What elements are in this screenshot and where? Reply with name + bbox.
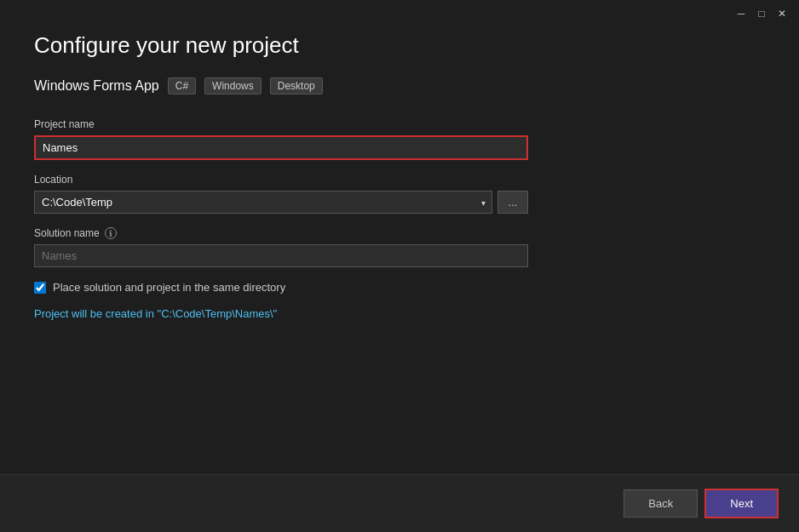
next-button[interactable]: Next bbox=[704, 489, 779, 518]
close-button[interactable]: ✕ bbox=[775, 7, 789, 20]
project-name-border-wrapper bbox=[34, 135, 528, 160]
same-directory-row: Place solution and project in the same d… bbox=[34, 281, 765, 294]
back-button[interactable]: Back bbox=[624, 489, 698, 518]
page-title: Configure your new project bbox=[34, 32, 765, 59]
tag-csharp: C# bbox=[168, 77, 196, 94]
project-name-label: Project name bbox=[34, 118, 765, 130]
project-path-info: Project will be created in "C:\Code\Temp… bbox=[34, 307, 765, 320]
project-name-group: Project name bbox=[34, 118, 765, 160]
browse-button[interactable]: ... bbox=[497, 191, 528, 214]
location-label: Location bbox=[34, 174, 765, 186]
project-path-value: "C:\Code\Temp\Names\" bbox=[158, 307, 278, 320]
project-name-highlight-border bbox=[34, 135, 528, 160]
project-path-prefix: Project will be created in bbox=[34, 307, 158, 320]
tag-desktop: Desktop bbox=[270, 77, 323, 94]
solution-name-label-row: Solution name ℹ bbox=[34, 227, 765, 239]
maximize-button[interactable]: □ bbox=[755, 7, 768, 20]
location-row: C:\Code\Temp ▾ ... bbox=[34, 191, 528, 214]
solution-name-group: Solution name ℹ bbox=[34, 227, 765, 267]
solution-name-label: Solution name bbox=[34, 227, 100, 239]
same-directory-checkbox[interactable] bbox=[34, 282, 46, 294]
bottom-bar: Back Next bbox=[0, 474, 799, 532]
main-container: Configure your new project Windows Forms… bbox=[0, 0, 799, 346]
solution-name-input[interactable] bbox=[34, 244, 528, 267]
same-directory-label: Place solution and project in the same d… bbox=[53, 281, 285, 294]
info-icon: ℹ bbox=[105, 227, 117, 239]
location-select[interactable]: C:\Code\Temp bbox=[34, 191, 492, 214]
title-bar: ─ □ ✕ bbox=[724, 0, 799, 27]
location-group: Location C:\Code\Temp ▾ ... bbox=[34, 174, 765, 214]
minimize-button[interactable]: ─ bbox=[734, 7, 748, 20]
app-type-row: Windows Forms App C# Windows Desktop bbox=[34, 77, 765, 94]
tag-windows: Windows bbox=[204, 77, 262, 94]
project-name-input[interactable] bbox=[36, 137, 526, 158]
location-select-wrapper: C:\Code\Temp ▾ bbox=[34, 191, 492, 214]
app-type-label: Windows Forms App bbox=[34, 78, 159, 94]
